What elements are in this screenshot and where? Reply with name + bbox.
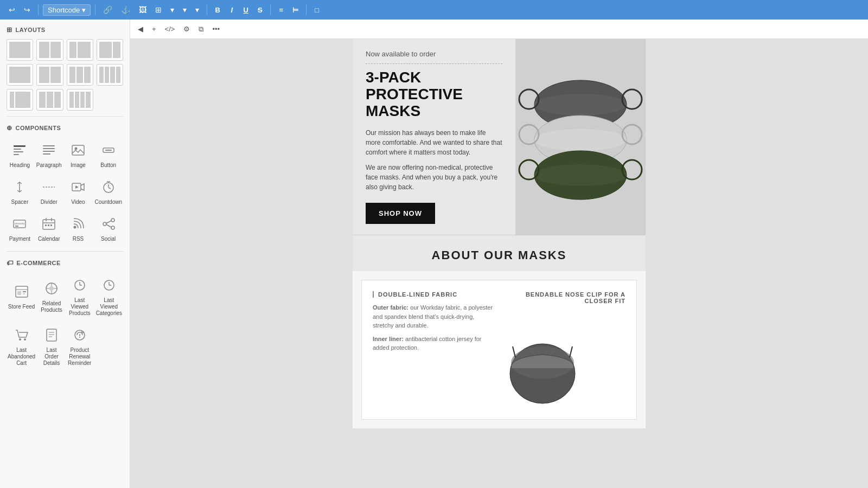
- component-product-renewal[interactable]: Product Renewal Reminder: [67, 322, 93, 370]
- component-button[interactable]: Button: [93, 137, 123, 172]
- layout-1col-b2[interactable]: [7, 64, 33, 86]
- svg-rect-8: [72, 145, 84, 155]
- component-social[interactable]: Social: [93, 211, 123, 246]
- divider-icon: [39, 177, 59, 197]
- paragraph-icon: [39, 140, 59, 160]
- last-viewed-products-label: Last Viewed Products: [68, 297, 92, 317]
- components-section-title: ⊕ COMPONENTS: [0, 118, 130, 135]
- svg-point-32: [111, 226, 114, 229]
- svg-point-9: [74, 147, 77, 150]
- email-hero-left: Now available to order 3-PACK PROTECTIVE…: [353, 39, 515, 235]
- info-section: DOUBLE-LINED FABRIC Outer fabric: our Wo…: [361, 280, 637, 420]
- component-calendar[interactable]: Calendar: [35, 211, 63, 246]
- svg-rect-4: [43, 145, 55, 146]
- bold-button[interactable]: B: [212, 5, 224, 15]
- video-label: Video: [71, 199, 85, 206]
- underline-button[interactable]: U: [240, 5, 252, 15]
- add-block-button[interactable]: +: [149, 23, 159, 35]
- redo-button[interactable]: ↪: [21, 4, 34, 15]
- layouts-icon: ⊞: [7, 26, 12, 34]
- strikethrough-button[interactable]: S: [254, 5, 266, 15]
- anchor-button[interactable]: ⚓: [118, 4, 133, 15]
- shop-now-button[interactable]: SHOP NOW: [366, 203, 435, 224]
- layout-4col-b3[interactable]: [67, 89, 93, 111]
- layout-2col[interactable]: [36, 39, 63, 61]
- canvas-area: Now available to order 3-PACK PROTECTIVE…: [130, 39, 868, 488]
- store-feed-icon: [12, 282, 31, 301]
- info-right: BENDABLE NOSE CLIP FOR A CLOSER FIT: [505, 291, 626, 408]
- toolbar-sep-4: [270, 4, 271, 15]
- toolbar-sep-3: [207, 4, 207, 15]
- main-area: ⊞ LAYOUTS: [0, 20, 868, 488]
- settings-button[interactable]: ⚙: [180, 23, 193, 35]
- component-image[interactable]: Image: [65, 137, 92, 172]
- info-left: DOUBLE-LINED FABRIC Outer fabric: our Wo…: [373, 291, 494, 408]
- component-payment[interactable]: Payment: [7, 211, 33, 246]
- svg-rect-1: [14, 149, 21, 150]
- table-dropdown[interactable]: ▾: [167, 4, 177, 15]
- ecommerce-grid: Store Feed Related Products: [0, 270, 130, 374]
- link-button[interactable]: 🔗: [100, 4, 116, 15]
- copy-button[interactable]: ⧉: [195, 23, 207, 36]
- store-feed-label: Store Feed: [8, 304, 35, 310]
- component-heading[interactable]: Heading: [7, 137, 33, 172]
- svg-point-33: [103, 222, 106, 226]
- component-last-abandoned-cart[interactable]: Last Abandoned Cart: [7, 322, 36, 370]
- countdown-icon: [99, 177, 118, 197]
- component-spacer[interactable]: Spacer: [7, 174, 33, 209]
- layout-2col-right[interactable]: [67, 39, 93, 61]
- image-button[interactable]: 🖼: [136, 4, 150, 15]
- component-divider[interactable]: Divider: [35, 174, 63, 209]
- layout-sidebar-left[interactable]: [7, 89, 33, 111]
- layout-2col-b2[interactable]: [36, 64, 63, 86]
- last-viewed-products-icon: [70, 275, 90, 295]
- layout-3col[interactable]: [67, 64, 93, 86]
- layout-4col[interactable]: [97, 64, 123, 86]
- layout-3col-b3[interactable]: [36, 89, 63, 111]
- component-last-viewed-products[interactable]: Last Viewed Products: [67, 272, 93, 320]
- component-countdown[interactable]: Countdown: [93, 174, 123, 209]
- top-toolbar: ↩ ↪ Shortcode ▾ 🔗 ⚓ 🖼 ⊞ ▾ ▾ ▾ B I U S ≡ …: [0, 0, 868, 20]
- availability-text: Now available to order: [366, 50, 502, 64]
- extra-dropdown-2[interactable]: ▾: [192, 4, 202, 15]
- layout-1col[interactable]: [7, 39, 33, 61]
- svg-rect-0: [14, 145, 25, 147]
- component-related-products[interactable]: Related Products: [39, 272, 65, 320]
- italic-button[interactable]: I: [226, 5, 238, 15]
- component-rss[interactable]: RSS: [65, 211, 92, 246]
- border-button[interactable]: □: [311, 5, 323, 15]
- product-desc-1: Our mission has always been to make life…: [366, 128, 502, 157]
- table-button[interactable]: ⊞: [152, 4, 165, 15]
- last-viewed-categories-label: Last Viewed Categories: [96, 297, 122, 317]
- component-last-order-details[interactable]: Last Order Details: [39, 322, 65, 370]
- calendar-icon: [39, 214, 59, 234]
- code-button[interactable]: </>: [162, 23, 178, 35]
- svg-rect-28: [48, 224, 49, 226]
- more-button[interactable]: •••: [209, 23, 223, 35]
- component-store-feed[interactable]: Store Feed: [7, 272, 36, 320]
- extra-dropdown-1[interactable]: ▾: [180, 4, 190, 15]
- align-left-button[interactable]: ≡: [275, 5, 287, 15]
- svg-rect-21: [14, 223, 25, 224]
- svg-point-60: [79, 337, 80, 338]
- social-icon: [99, 214, 118, 234]
- image-icon: [68, 140, 88, 160]
- component-last-viewed-categories[interactable]: Last Viewed Categories: [95, 272, 123, 320]
- component-paragraph[interactable]: Paragraph: [35, 137, 63, 172]
- outer-fabric-label: Outer fabric:: [373, 304, 409, 311]
- payment-icon: [10, 214, 29, 234]
- svg-line-76: [570, 346, 572, 357]
- component-video[interactable]: Video: [65, 174, 92, 209]
- product-renewal-icon: [70, 325, 90, 345]
- section-divider-1: [7, 116, 123, 117]
- back-button[interactable]: ◀: [135, 23, 146, 35]
- shortcode-dropdown[interactable]: Shortcode ▾: [43, 4, 91, 16]
- svg-marker-15: [75, 185, 79, 189]
- calendar-label: Calendar: [38, 236, 60, 242]
- undo-button[interactable]: ↩: [5, 4, 18, 15]
- svg-rect-39: [23, 293, 25, 294]
- align-right-button[interactable]: ⊨: [289, 5, 302, 15]
- social-label: Social: [101, 236, 116, 242]
- product-renewal-label: Product Renewal Reminder: [68, 347, 92, 367]
- layout-2col-left[interactable]: [97, 39, 123, 61]
